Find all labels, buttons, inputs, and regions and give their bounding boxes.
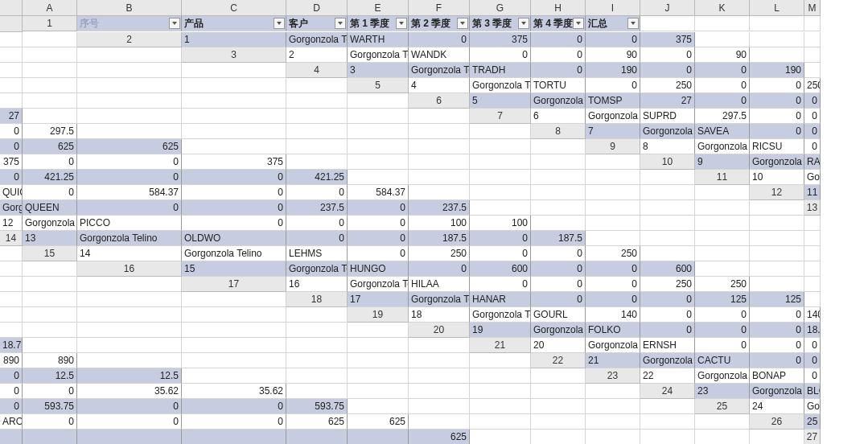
- cell-M14[interactable]: [804, 231, 821, 246]
- cell-E17[interactable]: 0: [531, 277, 586, 292]
- row-header-15[interactable]: 15: [23, 246, 77, 261]
- cell-I13[interactable]: [531, 216, 586, 231]
- cell-J19[interactable]: [23, 323, 77, 338]
- cell-C24[interactable]: BLONP: [804, 384, 821, 399]
- cell-B15[interactable]: Gorgonzola Telino: [182, 246, 286, 261]
- cell-F7[interactable]: 0: [804, 109, 821, 124]
- cell-A2[interactable]: 1: [182, 32, 286, 47]
- cell-J17[interactable]: [804, 277, 821, 292]
- cell-M24[interactable]: [586, 399, 640, 414]
- cell-E7[interactable]: 0: [750, 109, 804, 124]
- cell-H21[interactable]: 890: [23, 353, 77, 368]
- cell-J18[interactable]: [0, 307, 23, 323]
- cell-K21[interactable]: [286, 353, 348, 368]
- cell-I12[interactable]: [470, 200, 531, 216]
- cell-K12[interactable]: [586, 200, 640, 216]
- cell-E12[interactable]: 0: [182, 200, 286, 216]
- cell-partial-11[interactable]: [695, 185, 750, 200]
- cell-C20[interactable]: FOLKO: [586, 323, 640, 338]
- cell-B13[interactable]: Gorgonzola Telino: [23, 216, 77, 231]
- cell-D4[interactable]: 0: [531, 63, 586, 78]
- cell-C10[interactable]: RATTC: [804, 154, 821, 170]
- cell-B23[interactable]: Gorgonzola Telino: [695, 368, 750, 384]
- cell-G24[interactable]: 0: [182, 399, 286, 414]
- cell-J25[interactable]: [470, 414, 531, 430]
- cell-J2[interactable]: [750, 32, 804, 47]
- cell-G26[interactable]: [348, 430, 409, 444]
- column-header-J[interactable]: J: [640, 0, 695, 16]
- cell-G18[interactable]: 125: [695, 292, 750, 307]
- cell-B24[interactable]: Gorgonzola Telino: [750, 384, 804, 399]
- cell-H11[interactable]: 584.37: [348, 185, 409, 200]
- cell-C4[interactable]: TRADH: [470, 63, 531, 78]
- cell-H13[interactable]: 100: [470, 216, 531, 231]
- row-header-9[interactable]: 9: [586, 139, 640, 154]
- cell-I23[interactable]: [286, 384, 348, 399]
- cell-D21[interactable]: 0: [695, 338, 750, 353]
- cell-C7[interactable]: SUPRD: [640, 109, 695, 124]
- cell-partial-22[interactable]: [531, 368, 586, 384]
- cell-I19[interactable]: [0, 323, 23, 338]
- cell-G2[interactable]: 0: [586, 32, 640, 47]
- cell-B7[interactable]: Gorgonzola Telino: [586, 109, 640, 124]
- cell-D25[interactable]: 0: [23, 414, 77, 430]
- cell-partial-21[interactable]: [470, 353, 531, 368]
- cell-H14[interactable]: 187.5: [531, 231, 586, 246]
- cell-E23[interactable]: 0: [0, 384, 23, 399]
- filter-dropdown-D[interactable]: [396, 18, 407, 29]
- cell-C22[interactable]: CACTU: [695, 353, 750, 368]
- cell-J9[interactable]: [348, 154, 409, 170]
- cell-L10[interactable]: [531, 170, 586, 185]
- cell-G16[interactable]: 0: [586, 261, 640, 277]
- cell-partial-4[interactable]: [286, 78, 348, 93]
- cell-F4[interactable]: 0: [640, 63, 695, 78]
- filter-dropdown-H[interactable]: [627, 18, 639, 29]
- cell-E9[interactable]: 375: [0, 154, 23, 170]
- cell-A14[interactable]: 13: [23, 231, 77, 246]
- cell-F25[interactable]: 0: [182, 414, 286, 430]
- cell-A10[interactable]: 9: [695, 154, 750, 170]
- cell-B2[interactable]: Gorgonzola Telino: [286, 32, 348, 47]
- cell-M12[interactable]: [695, 200, 750, 216]
- cell-C11[interactable]: QUICK: [0, 185, 23, 200]
- row-header-5[interactable]: 5: [348, 78, 409, 93]
- cell-M5[interactable]: [286, 93, 348, 109]
- cell-H7[interactable]: 297.5: [23, 124, 77, 139]
- cell-L26[interactable]: [640, 430, 695, 444]
- cell-K16[interactable]: [804, 261, 821, 277]
- cell-M22[interactable]: [470, 368, 531, 384]
- row-header-17[interactable]: 17: [182, 277, 286, 292]
- cell-A6[interactable]: 5: [470, 93, 531, 109]
- cell-partial-13[interactable]: [804, 216, 821, 231]
- cell-partial-2[interactable]: [77, 47, 182, 63]
- cell-B4[interactable]: Gorgonzola Telino: [409, 63, 470, 78]
- cell-I10[interactable]: [348, 170, 409, 185]
- cell-E25[interactable]: 0: [77, 414, 182, 430]
- cell-D5[interactable]: 0: [586, 78, 640, 93]
- cell-A1[interactable]: 序号: [77, 16, 182, 31]
- cell-F17[interactable]: 0: [586, 277, 640, 292]
- cell-D22[interactable]: 0: [750, 353, 804, 368]
- cell-E18[interactable]: 0: [586, 292, 640, 307]
- cell-I24[interactable]: [348, 399, 409, 414]
- row-header-3[interactable]: 3: [182, 47, 286, 63]
- cell-E6[interactable]: 0: [695, 93, 750, 109]
- cell-L5[interactable]: [182, 93, 286, 109]
- cell-L16[interactable]: [0, 277, 23, 292]
- cell-D13[interactable]: 0: [182, 216, 286, 231]
- cell-K6[interactable]: [182, 109, 286, 124]
- cell-I1[interactable]: [640, 16, 695, 31]
- cell-F23[interactable]: 0: [23, 384, 77, 399]
- cell-C21[interactable]: ERNSH: [640, 338, 695, 353]
- cell-D3[interactable]: 0: [470, 47, 531, 63]
- cell-E14[interactable]: 0: [348, 231, 409, 246]
- column-header-F[interactable]: F: [409, 0, 470, 16]
- cell-K1[interactable]: [750, 16, 804, 31]
- cell-L22[interactable]: [409, 368, 470, 384]
- cell-E5[interactable]: 250: [640, 78, 695, 93]
- cell-H16[interactable]: 600: [640, 261, 695, 277]
- cell-F16[interactable]: 0: [531, 261, 586, 277]
- cell-partial-7[interactable]: [470, 124, 531, 139]
- cell-partial-8[interactable]: [531, 139, 586, 154]
- cell-J12[interactable]: [531, 200, 586, 216]
